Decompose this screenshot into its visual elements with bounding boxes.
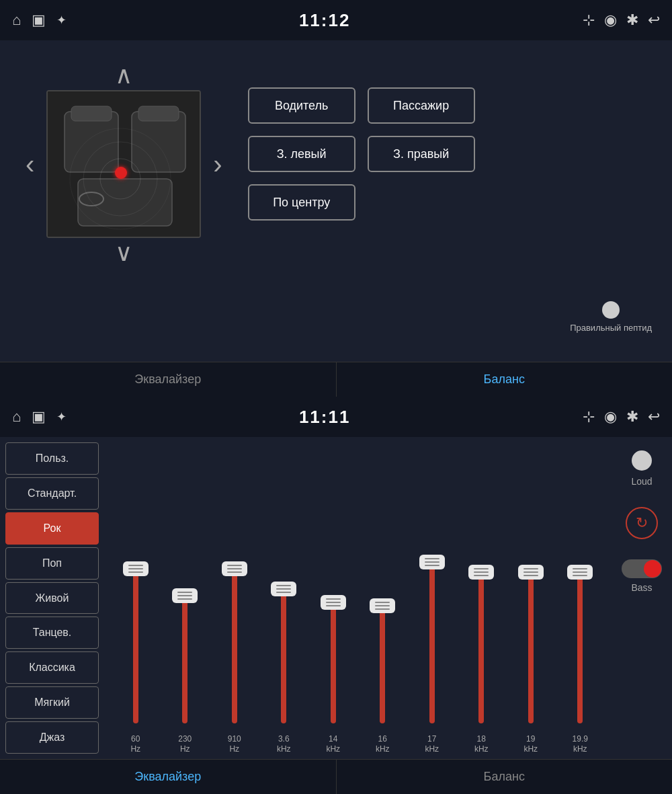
seat-down-button[interactable]: ∨	[115, 238, 132, 268]
freq-label-4: 14 kHz	[316, 734, 351, 755]
preset-pop[interactable]: Поп	[5, 547, 99, 580]
loud-label: Loud	[631, 476, 652, 487]
slider-handle-3[interactable]	[271, 582, 296, 596]
bass-toggle[interactable]	[622, 559, 662, 578]
buttons-row-3: По центру	[248, 184, 475, 221]
svg-rect-5	[138, 106, 179, 121]
slider-handle-1[interactable]	[172, 588, 198, 603]
balance-content: ∧ ‹	[0, 40, 672, 281]
reset-button[interactable]: ↻	[626, 507, 658, 539]
slider-handle-7[interactable]	[468, 565, 494, 580]
buttons-row-1: Водитель Пассажир	[248, 87, 475, 124]
slider-track-5[interactable]	[380, 606, 385, 723]
bass-label: Bass	[631, 582, 652, 593]
preset-rock[interactable]: Рок	[5, 512, 99, 545]
preset-custom[interactable]: Польз.	[5, 442, 99, 475]
slider-track-7[interactable]	[478, 572, 484, 723]
back-icon[interactable]: ↩	[648, 11, 660, 29]
preset-jazz[interactable]: Джаз	[5, 721, 99, 754]
bottom-usb-icon[interactable]: ✦	[56, 409, 67, 424]
presets-sidebar: Польз.Стандарт.РокПопЖивойТанцев.Классик…	[0, 437, 104, 759]
top-tab-balance[interactable]: Баланс	[337, 362, 673, 397]
slider-col-8	[528, 528, 534, 723]
slider-track-2[interactable]	[232, 569, 237, 723]
seat-buttons-container: Водитель Пассажир З. левый З. правый По …	[248, 67, 475, 221]
eq-sliders-area: 60 Hz230 Hz910 Hz3.6 kHz14 kHz16 kHz17 k…	[104, 437, 612, 759]
seat-image-inner	[48, 91, 200, 237]
eq-right-controls: Loud ↻ Bass	[612, 437, 672, 759]
freq-label-0: 60 Hz	[118, 734, 153, 755]
top-status-bar: ⌂ ▣ ✦ 11:12 ⊹ ◉ ✱ ↩	[0, 0, 672, 40]
slider-col-6	[429, 528, 435, 723]
bottom-tab-balance[interactable]: Баланс	[337, 759, 673, 794]
slider-handle-4[interactable]	[321, 595, 346, 610]
slider-track-4[interactable]	[331, 602, 336, 723]
slider-track-6[interactable]	[429, 562, 435, 723]
slider-handle-0[interactable]	[123, 561, 149, 576]
slider-track-3[interactable]	[281, 589, 286, 723]
driver-button[interactable]: Водитель	[248, 87, 355, 124]
preset-live[interactable]: Живой	[5, 582, 99, 614]
freq-label-1: 230 Hz	[167, 734, 202, 755]
freq-label-3: 3.6 kHz	[266, 734, 301, 755]
balance-position-dot[interactable]	[115, 167, 127, 179]
slider-handle-2[interactable]	[222, 561, 247, 576]
preset-soft[interactable]: Мягкий	[5, 686, 99, 719]
rear-left-button[interactable]: З. левый	[248, 136, 355, 172]
bottom-back-icon[interactable]: ↩	[648, 408, 660, 426]
center-button[interactable]: По центру	[248, 184, 355, 221]
location-icon[interactable]: ◉	[604, 11, 617, 29]
preset-standard[interactable]: Стандарт.	[5, 477, 99, 510]
buttons-row-2: З. левый З. правый	[248, 136, 475, 172]
freq-label-6: 17 kHz	[415, 734, 450, 755]
slider-handle-5[interactable]	[370, 598, 395, 613]
passenger-button[interactable]: Пассажир	[368, 87, 475, 124]
slider-track-1[interactable]	[182, 596, 187, 723]
bottom-status-bar: ⌂ ▣ ✦ 11:11 ⊹ ◉ ✱ ↩	[0, 397, 672, 437]
cast-icon[interactable]: ⊹	[583, 11, 595, 29]
slider-col-4	[331, 528, 336, 723]
bottom-cast-icon[interactable]: ⊹	[583, 408, 595, 426]
slider-col-9	[577, 528, 583, 723]
slider-track-9[interactable]	[577, 572, 583, 723]
slider-col-2	[232, 528, 237, 723]
bottom-tab-equalizer[interactable]: Эквалайзер	[0, 759, 336, 794]
bottom-status-right: ⊹ ◉ ✱ ↩	[583, 408, 660, 426]
seat-image[interactable]	[46, 90, 201, 238]
bottom-screen-icon[interactable]: ▣	[32, 408, 46, 426]
bottom-time-display: 11:11	[299, 407, 351, 428]
freq-label-7: 18 kHz	[464, 734, 499, 755]
reset-icon: ↻	[636, 514, 648, 532]
bottom-tab-bar: Эквалайзер Баланс	[0, 759, 672, 794]
slider-handle-6[interactable]	[419, 555, 445, 569]
freq-label-9: 19.9 kHz	[562, 734, 597, 755]
home-icon[interactable]: ⌂	[12, 11, 21, 29]
slider-track-0[interactable]	[133, 569, 138, 723]
loud-button[interactable]	[632, 450, 652, 471]
bluetooth-icon[interactable]: ✱	[626, 11, 638, 29]
slider-col-1	[182, 528, 187, 723]
buttons-area: Водитель Пассажир З. левый З. правый По …	[248, 87, 475, 221]
seat-up-button[interactable]: ∧	[115, 61, 132, 90]
freq-label-2: 910 Hz	[217, 734, 252, 755]
peptide-dot	[602, 301, 620, 319]
top-tab-equalizer[interactable]: Эквалайзер	[0, 362, 336, 397]
bottom-bluetooth-icon[interactable]: ✱	[626, 408, 638, 426]
slider-col-3	[281, 528, 286, 723]
preset-classic[interactable]: Классика	[5, 651, 99, 684]
slider-track-8[interactable]	[528, 572, 534, 723]
bottom-location-icon[interactable]: ◉	[604, 408, 617, 426]
seat-next-button[interactable]: ›	[208, 149, 227, 180]
screen-icon[interactable]: ▣	[32, 11, 46, 29]
slider-col-7	[478, 528, 484, 723]
slider-handle-9[interactable]	[567, 565, 593, 580]
slider-handle-8[interactable]	[518, 565, 544, 580]
status-bar-right-icons: ⊹ ◉ ✱ ↩	[583, 11, 660, 29]
rear-right-button[interactable]: З. правый	[368, 136, 475, 172]
preset-dance[interactable]: Танцев.	[5, 617, 99, 649]
bottom-panel: ⌂ ▣ ✦ 11:11 ⊹ ◉ ✱ ↩ Польз.Стандарт.РокПо…	[0, 397, 672, 794]
seat-prev-button[interactable]: ‹	[20, 149, 40, 180]
loud-control: Loud	[631, 450, 652, 487]
usb-icon[interactable]: ✦	[56, 13, 67, 28]
bottom-home-icon[interactable]: ⌂	[12, 408, 21, 426]
